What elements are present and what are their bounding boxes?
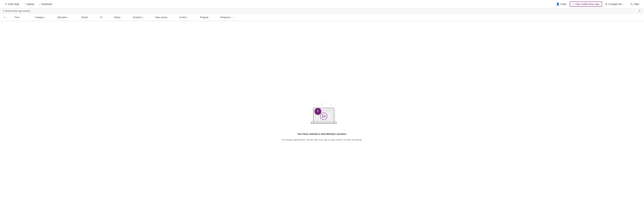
clear-data-button[interactable]: ✕ Clear data xyxy=(3,1,21,7)
laptop-illustration: + + | xyxy=(305,101,339,128)
column-response-label: Response ... xyxy=(220,16,233,19)
column-time-label: Time xyxy=(14,16,19,19)
svg-text:|: | xyxy=(322,102,323,105)
toolbar: ✕ Clear data ↑ Upload ↓ Download 👤 Invit… xyxy=(0,0,644,8)
svg-text:+: + xyxy=(334,116,336,118)
clear-data-label: Clear data xyxy=(8,3,19,6)
column-operation-label: Operation xyxy=(57,16,67,19)
columns-header: I.. ⌄ Time ⌄ Category ⌄ Operation ⌄ Resu… xyxy=(0,14,644,21)
empty-state-subtitle: No activity captured yet. Interact with … xyxy=(282,138,362,142)
column-header-category[interactable]: Category ⌄ xyxy=(34,16,56,19)
upload-button[interactable]: ↑ Upload xyxy=(22,2,36,7)
upload-icon: ↑ xyxy=(24,3,26,6)
main-content: + + | xyxy=(0,21,644,221)
compact-list-label: Compact list xyxy=(608,3,622,6)
play-model-driven-app-button[interactable]: ▷ Play model-driven app xyxy=(570,2,602,7)
column-datasource-label: Data source xyxy=(155,16,167,19)
laptop-svg: + + | xyxy=(305,101,339,128)
column-result-chevron-icon: ⌄ xyxy=(88,16,90,18)
column-header-control[interactable]: Control ⌄ xyxy=(178,16,198,19)
column-time-chevron-icon: ⌄ xyxy=(20,16,21,18)
column-id-label: I.. xyxy=(4,16,6,19)
filter-icon: 🔍 xyxy=(630,3,633,6)
invite-icon: 👤 xyxy=(556,3,560,6)
column-header-response[interactable]: Response ... ⌄ xyxy=(219,16,243,19)
info-icon: ℹ xyxy=(3,10,4,12)
column-header-operation[interactable]: Operation ⌄ xyxy=(56,16,80,19)
column-result-label: Result xyxy=(82,16,88,19)
column-status-chevron-icon: ⌄ xyxy=(121,16,122,18)
close-info-button[interactable]: × xyxy=(638,9,641,12)
column-category-label: Category xyxy=(35,16,44,19)
download-button[interactable]: ↓ Download xyxy=(37,2,54,7)
info-bar: ℹ Model-driven app session × xyxy=(0,8,644,14)
svg-text:+: + xyxy=(330,103,332,106)
column-r-label: R... xyxy=(100,16,104,19)
filter-label: Filter xyxy=(634,3,639,6)
download-icon: ↓ xyxy=(39,3,40,6)
play-icon: ▷ xyxy=(572,3,574,6)
column-header-id[interactable]: I.. ⌄ xyxy=(3,16,13,19)
column-status-label: Status xyxy=(114,16,120,19)
invite-label: Invite xyxy=(560,3,566,6)
svg-text:+: + xyxy=(317,109,319,113)
column-property-chevron-icon: ⌄ xyxy=(209,16,210,18)
column-category-chevron-icon: ⌄ xyxy=(45,16,46,18)
session-label: Model-driven app session xyxy=(5,10,30,12)
play-model-driven-app-label: Play model-driven app xyxy=(576,3,599,6)
svg-rect-7 xyxy=(311,122,336,123)
download-label: Download xyxy=(41,3,52,6)
clear-data-icon: ✕ xyxy=(5,3,7,6)
column-operation-chevron-icon: ⌄ xyxy=(68,16,69,18)
column-header-datasource[interactable]: Data source ⌄ xyxy=(154,16,178,19)
invite-button[interactable]: 👤 Invite xyxy=(554,1,568,7)
toolbar-right: 👤 Invite ▷ Play model-driven app ☰ Compa… xyxy=(554,1,641,7)
compact-list-icon: ☰ xyxy=(605,3,608,6)
column-r-chevron-icon: ⌄ xyxy=(104,16,106,18)
app-container: ✕ Clear data ↑ Upload ↓ Download 👤 Invit… xyxy=(0,0,644,221)
upload-label: Upload xyxy=(26,3,34,6)
column-header-result[interactable]: Result ⌄ xyxy=(80,16,99,19)
column-control-label: Control xyxy=(179,16,186,19)
compact-list-chevron-icon: ⌄ xyxy=(623,3,625,6)
column-header-property[interactable]: Property ⌄ xyxy=(198,16,219,19)
column-property-label: Property xyxy=(200,16,208,19)
toolbar-left: ✕ Clear data ↑ Upload ↓ Download xyxy=(3,1,553,7)
column-duration-chevron-icon: ⌄ xyxy=(145,16,147,18)
column-control-chevron-icon: ⌄ xyxy=(187,16,188,18)
filter-button[interactable]: 🔍 Filter xyxy=(628,2,641,7)
column-header-time[interactable]: Time ⌄ xyxy=(13,16,34,19)
empty-state-title: You have started a new Monitor session. xyxy=(297,132,347,135)
column-id-chevron-icon: ⌄ xyxy=(7,16,8,18)
empty-state: + + | xyxy=(282,101,362,142)
column-header-duration[interactable]: Duration (... ⌄ xyxy=(132,16,154,19)
column-header-status[interactable]: Status ⌄ xyxy=(113,16,132,19)
compact-list-button[interactable]: ☰ Compact list ⌄ xyxy=(604,2,626,7)
column-duration-label: Duration (... xyxy=(133,16,144,19)
column-response-chevron-icon: ⌄ xyxy=(234,16,235,18)
column-datasource-chevron-icon: ⌄ xyxy=(168,16,169,18)
column-header-r[interactable]: R... ⌄ xyxy=(99,16,113,19)
